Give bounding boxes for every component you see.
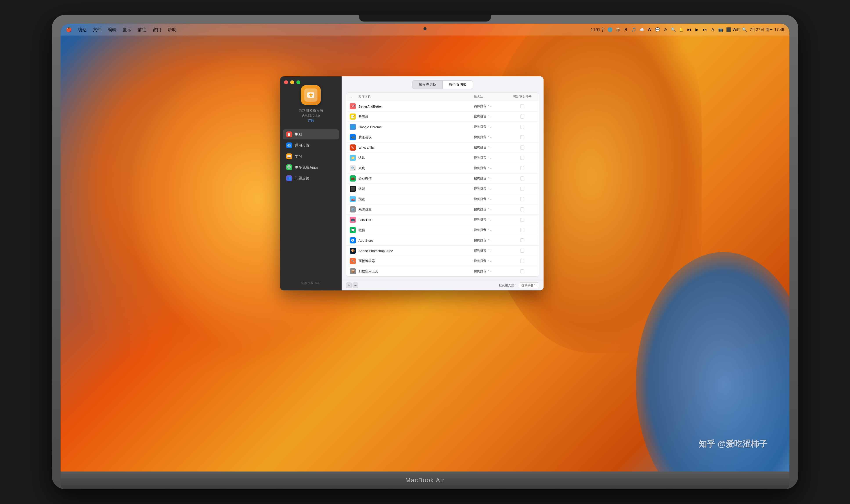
sidebar-item-learn[interactable]: 📖 学习 bbox=[283, 151, 339, 161]
table-row[interactable]: 📦 归档实用工具 搜狗拼音 ⌃⌄ bbox=[346, 266, 539, 274]
row-input-method: 简体拼音 ⌃⌄ bbox=[474, 104, 509, 108]
row-force-en-checkbox[interactable] bbox=[520, 218, 524, 222]
menu-go[interactable]: 前往 bbox=[138, 27, 146, 33]
table-row[interactable]: ⬛ 终端 搜狗拼音 ⌃⌄ bbox=[346, 184, 539, 194]
row-force-en-checkbox[interactable] bbox=[520, 238, 524, 242]
sidebar-item-general[interactable]: ⚙️ 通用设置 bbox=[283, 140, 339, 150]
row-app-name: App Store bbox=[359, 239, 474, 242]
tab-by-app[interactable]: 按程序切换 bbox=[412, 80, 442, 89]
table-row[interactable]: 🌐 Google Chrome 搜狗拼音 ⌃⌄ bbox=[346, 122, 539, 132]
row-input-method: 搜狗拼音 ⌃⌄ bbox=[474, 259, 509, 263]
row-app-icon: ⚙️ bbox=[350, 206, 356, 213]
row-force-en-checkbox[interactable] bbox=[520, 125, 524, 129]
table-header: ... 程序名称 输入法 强制英文符号 bbox=[346, 93, 539, 101]
sidebar-purchase[interactable]: 订购 bbox=[308, 119, 314, 123]
feedback-label: 问题反馈 bbox=[295, 176, 309, 181]
menubar-icon-14: A bbox=[710, 27, 716, 32]
menubar-icon-9: 🔍 bbox=[671, 27, 676, 32]
row-input-method: 搜狗拼音 ⌃⌄ bbox=[474, 146, 509, 149]
sidebar-footer: 切换次数: 532 bbox=[280, 281, 342, 285]
sidebar-item-feedback[interactable]: 👥 问题反馈 bbox=[283, 173, 339, 183]
close-button[interactable] bbox=[284, 80, 288, 84]
row-input-method: 搜狗拼音 ⌃⌄ bbox=[474, 166, 509, 170]
input-method-arrow-icon: ⌃⌄ bbox=[488, 125, 492, 128]
row-input-method: 搜狗拼音 ⌃⌄ bbox=[474, 269, 509, 273]
row-force-en-checkbox[interactable] bbox=[520, 135, 524, 139]
table-row[interactable]: 📺 Bilibili HD 搜狗拼音 ⌃⌄ bbox=[346, 215, 539, 225]
menu-edit[interactable]: 编辑 bbox=[108, 27, 116, 33]
table-row[interactable]: 🔍 聚焦 搜狗拼音 ⌃⌄ bbox=[346, 163, 539, 174]
menu-window[interactable]: 窗口 bbox=[152, 27, 161, 33]
row-app-name: 面板编辑器 bbox=[359, 259, 474, 263]
table-row[interactable]: W WPS Office 搜狗拼音 ⌃⌄ bbox=[346, 142, 539, 153]
row-force-en-checkbox[interactable] bbox=[520, 208, 524, 211]
row-force-en-checkbox[interactable] bbox=[520, 187, 524, 191]
tab-by-position[interactable]: 按位置切换 bbox=[442, 80, 473, 89]
table-row[interactable]: 🔧 面板编辑器 搜狗拼音 ⌃⌄ bbox=[346, 256, 539, 266]
menu-finder[interactable]: 访达 bbox=[78, 27, 87, 33]
apple-menu[interactable]: 🍎 bbox=[66, 27, 72, 33]
input-method-arrow-icon: ⌃⌄ bbox=[488, 115, 492, 118]
sidebar-item-more-apps[interactable]: 🅐 更多免费Apps bbox=[283, 162, 339, 172]
maximize-button[interactable] bbox=[296, 80, 300, 84]
bottom-bar: + − 默认输入法： 搜狗拼音 ⌃⌄ bbox=[342, 280, 544, 290]
row-app-name: 归档实用工具 bbox=[359, 269, 474, 273]
table-row[interactable]: ⚙️ 系统设置 搜狗拼音 ⌃⌄ bbox=[346, 204, 539, 215]
table-row[interactable]: 🅐 App Store 搜狗拼音 ⌃⌄ bbox=[346, 235, 539, 246]
input-method-arrow-icon: ⌃⌄ bbox=[488, 167, 492, 170]
menubar-icon-1: 🌐 bbox=[608, 27, 613, 32]
menubar-icon-11: ⏮ bbox=[686, 27, 692, 32]
row-force-en-checkbox[interactable] bbox=[520, 269, 524, 273]
table-row[interactable]: 🚗 预览 搜狗拼音 ⌃⌄ bbox=[346, 194, 539, 204]
default-input-select[interactable]: 搜狗拼音 bbox=[519, 283, 539, 288]
menubar-icon-7: 💬 bbox=[655, 27, 660, 32]
watermark: 知乎 @爱吃涩柿子 bbox=[699, 438, 767, 450]
table-row[interactable]: 💬 微信 搜狗拼音 ⌃⌄ bbox=[346, 225, 539, 235]
row-input-method: 搜狗拼音 ⌃⌄ bbox=[474, 177, 509, 180]
sidebar-item-rules[interactable]: 📋 规则 bbox=[283, 129, 339, 139]
remove-rule-button[interactable]: − bbox=[352, 283, 358, 288]
row-app-icon: 🌐 bbox=[350, 124, 356, 130]
table-row[interactable]: 📹 腾讯会议 搜狗拼音 ⌃⌄ bbox=[346, 132, 539, 142]
table-row[interactable]: 📝 备忘录 搜狗拼音 ⌃⌄ bbox=[346, 111, 539, 122]
menu-help[interactable]: 帮助 bbox=[167, 27, 176, 33]
row-force-en-checkbox[interactable] bbox=[520, 114, 524, 119]
minimize-button[interactable] bbox=[290, 80, 294, 84]
row-input-method: 搜狗拼音 ⌃⌄ bbox=[474, 249, 509, 253]
menu-file[interactable]: 文件 bbox=[93, 27, 102, 33]
menubar-time: 7月27日 周三 17:48 bbox=[750, 27, 784, 32]
default-input-label: 默认输入法： bbox=[499, 283, 517, 287]
row-force-en-checkbox[interactable] bbox=[520, 177, 524, 180]
sidebar-nav: 📋 规则 ⚙️ 通用设置 📖 学习 🅐 更 bbox=[280, 129, 342, 183]
row-app-name: 聚焦 bbox=[359, 166, 474, 170]
row-app-icon: ⬛ bbox=[350, 186, 356, 192]
add-rule-button[interactable]: + bbox=[346, 283, 352, 288]
row-force-en-checkbox[interactable] bbox=[520, 166, 524, 170]
feedback-icon: 👥 bbox=[286, 175, 292, 181]
row-force-en-checkbox[interactable] bbox=[520, 197, 524, 201]
menu-view[interactable]: 显示 bbox=[123, 27, 131, 33]
row-force-en-checkbox[interactable] bbox=[520, 249, 524, 253]
row-input-method: 搜狗拼音 ⌃⌄ bbox=[474, 125, 509, 129]
row-force-en-checkbox[interactable] bbox=[520, 146, 524, 149]
input-method-arrow-icon: ⌃⌄ bbox=[488, 259, 492, 263]
table-row[interactable]: 🎨 Adobe Photoshop 2022 搜狗拼音 ⌃⌄ bbox=[346, 246, 539, 256]
row-force-en-checkbox[interactable] bbox=[520, 156, 524, 160]
table-row[interactable]: 📁 访达 搜狗拼音 ⌃⌄ bbox=[346, 153, 539, 163]
macbook-notch bbox=[359, 15, 491, 21]
menubar-word-count: 1191字 bbox=[591, 27, 605, 33]
menubar-icon-6: W bbox=[647, 27, 652, 32]
row-force-en-checkbox[interactable] bbox=[520, 228, 524, 232]
traffic-lights bbox=[284, 80, 300, 84]
row-force-en-checkbox[interactable] bbox=[520, 104, 524, 108]
input-method-arrow-icon: ⌃⌄ bbox=[488, 270, 492, 273]
rules-label: 规则 bbox=[295, 132, 302, 137]
table-row[interactable]: 💼 企业微信 搜狗拼音 ⌃⌄ bbox=[346, 174, 539, 184]
row-force-en-checkbox[interactable] bbox=[520, 259, 524, 263]
table-row[interactable]: 🎯 BetterAndBetter 简体拼音 ⌃⌄ bbox=[346, 101, 539, 111]
menubar-search-icon[interactable]: 🔍 bbox=[742, 27, 747, 32]
row-app-name: BetterAndBetter bbox=[359, 105, 474, 108]
header-input: 输入法 bbox=[474, 95, 509, 99]
menubar-icon-16: ⬛ bbox=[726, 27, 731, 32]
input-method-arrow-icon: ⌃⌄ bbox=[488, 229, 492, 232]
